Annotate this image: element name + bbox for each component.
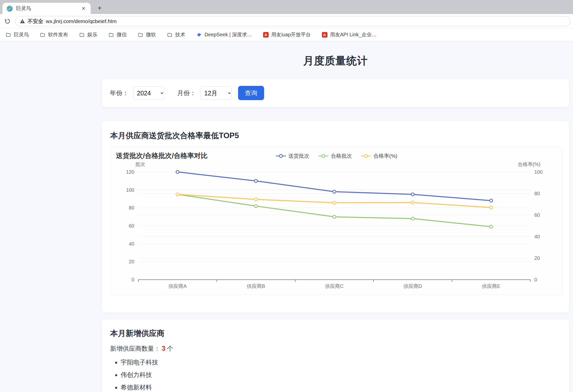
month-select[interactable]: 12月	[201, 86, 232, 100]
url-text: wx.jlnrj.com/demo/qcbeief.htm	[46, 18, 116, 24]
svg-text:80: 80	[129, 205, 134, 211]
bookmark-label: 用友API Link_企业…	[330, 31, 377, 38]
web-page: 月度质量统计 年份： 2024 月份： 12月 查询 本月供应商送货批次合格率最…	[0, 41, 573, 392]
svg-text:20: 20	[129, 259, 134, 264]
new-suppliers-heading: 本月新增供应商	[110, 328, 561, 338]
supplier-list-item: 宇阳电子科技	[121, 358, 561, 367]
svg-text:80: 80	[534, 191, 540, 196]
new-tab-button[interactable]: +	[96, 4, 104, 12]
new-suppliers-count-line: 新增供应商数量：3个	[110, 344, 561, 353]
bookmarks-bar: 巨灵鸟软件发布娱乐微信微软技术DeepSeek | 深度求…A用友iuap开放平…	[0, 28, 573, 41]
svg-text:100: 100	[534, 169, 542, 175]
reload-button[interactable]	[4, 17, 12, 25]
svg-text:供应商D: 供应商D	[404, 283, 422, 289]
legend-item[interactable]: 送货批次	[275, 152, 309, 159]
bookmark-label: 巨灵鸟	[14, 31, 29, 38]
supplier-list-item: 伟创力科技	[121, 370, 561, 379]
svg-text:60: 60	[534, 212, 540, 218]
folder-icon	[6, 32, 11, 38]
svg-text:供应商E: 供应商E	[482, 283, 500, 289]
tab-title: 巨灵鸟	[16, 5, 77, 12]
address-bar[interactable]: 不安全 wx.jlnrj.com/demo/qcbeief.htm	[15, 16, 570, 26]
supplier-list-item: 希德新材料	[121, 383, 561, 392]
svg-text:120: 120	[126, 169, 134, 175]
close-tab-icon[interactable]: ✕	[80, 6, 87, 12]
count-unit: 个	[167, 345, 173, 352]
folder-icon	[108, 32, 114, 38]
bookmark-label: 软件发布	[48, 31, 68, 38]
reload-icon	[4, 18, 11, 25]
legend-marker-icon	[360, 154, 371, 158]
svg-text:供应商B: 供应商B	[247, 283, 265, 289]
count-value: 3	[162, 345, 165, 352]
svg-text:批次: 批次	[135, 161, 145, 167]
year-label: 年份：	[110, 89, 129, 97]
legend-item[interactable]: 合格批次	[318, 152, 352, 159]
browser-tab-bar: 巨灵鸟 ✕ +	[0, 0, 573, 14]
bookmark-label: DeepSeek | 深度求…	[205, 31, 252, 38]
svg-text:60: 60	[129, 223, 134, 229]
red-a-icon: A	[263, 32, 269, 38]
site-favicon-globe-icon	[7, 6, 13, 12]
legend-item[interactable]: 合格率(%)	[360, 152, 398, 159]
chart-legend: 送货批次合格批次合格率(%)	[275, 152, 398, 159]
deepseek-whale-icon	[196, 32, 202, 38]
bookmark-item[interactable]: 软件发布	[40, 31, 68, 38]
bookmark-item[interactable]: A用友iuap开放平台	[263, 31, 311, 38]
folder-icon	[79, 32, 85, 38]
legend-marker-icon	[275, 154, 286, 158]
year-select[interactable]: 2024	[133, 86, 164, 100]
svg-text:40: 40	[534, 234, 540, 239]
bookmark-item[interactable]: 巨灵鸟	[6, 31, 29, 38]
month-label: 月份：	[177, 89, 196, 97]
svg-text:供应商A: 供应商A	[168, 283, 187, 289]
top5-chart-card: 本月供应商送货批次合格率最低TOP5 送货批次/合格批次/合格率对比 送货批次合…	[102, 121, 569, 312]
quality-line-chart[interactable]: 020406080100120020406080100批次合格率(%)供应商A供…	[110, 161, 562, 294]
svg-text:0: 0	[132, 277, 134, 282]
bookmark-item[interactable]: 微软	[138, 31, 156, 38]
red-a-icon: A	[322, 32, 327, 38]
folder-icon	[167, 32, 172, 38]
bookmark-item[interactable]: 技术	[167, 31, 185, 38]
legend-label: 送货批次	[288, 152, 309, 159]
bookmark-item[interactable]: A用友API Link_企业…	[322, 31, 377, 38]
bookmark-label: 技术	[175, 31, 185, 38]
bookmark-label: 微信	[117, 31, 127, 38]
legend-marker-icon	[318, 154, 329, 158]
bookmark-label: 娱乐	[87, 31, 97, 38]
top5-section-heading: 本月供应商送货批次合格率最低TOP5	[110, 131, 562, 141]
svg-text:40: 40	[129, 241, 134, 247]
chart-title: 送货批次/合格批次/合格率对比	[116, 151, 208, 160]
svg-text:供应商C: 供应商C	[325, 283, 343, 289]
browser-tab[interactable]: 巨灵鸟 ✕	[3, 3, 91, 14]
folder-icon	[40, 32, 45, 38]
query-button[interactable]: 查询	[238, 86, 264, 100]
security-label: 不安全	[28, 18, 43, 25]
page-title: 月度质量统计	[102, 54, 569, 68]
new-suppliers-card: 本月新增供应商 新增供应商数量：3个 宇阳电子科技伟创力科技希德新材料	[102, 319, 569, 392]
svg-text:合格率(%): 合格率(%)	[518, 161, 540, 167]
svg-text:0: 0	[534, 277, 537, 282]
filter-card: 年份： 2024 月份： 12月 查询	[102, 79, 569, 107]
bookmark-item[interactable]: 娱乐	[79, 31, 97, 38]
new-supplier-list: 宇阳电子科技伟创力科技希德新材料	[113, 358, 561, 392]
not-secure-warning-icon	[20, 19, 25, 24]
bookmark-item[interactable]: 微信	[108, 31, 127, 38]
browser-toolbar: 不安全 wx.jlnrj.com/demo/qcbeief.htm	[0, 14, 573, 28]
svg-text:100: 100	[126, 187, 134, 193]
bookmark-label: 微软	[146, 31, 156, 38]
legend-label: 合格率(%)	[373, 152, 398, 159]
bookmark-item[interactable]: DeepSeek | 深度求…	[196, 31, 252, 38]
bookmark-label: 用友iuap开放平台	[271, 31, 311, 38]
count-label: 新增供应商数量：	[110, 345, 160, 352]
legend-label: 合格批次	[331, 152, 352, 159]
svg-text:20: 20	[534, 255, 540, 261]
folder-icon	[138, 32, 143, 38]
chart-panel: 送货批次/合格批次/合格率对比 送货批次合格批次合格率(%) 020406080…	[110, 147, 562, 295]
